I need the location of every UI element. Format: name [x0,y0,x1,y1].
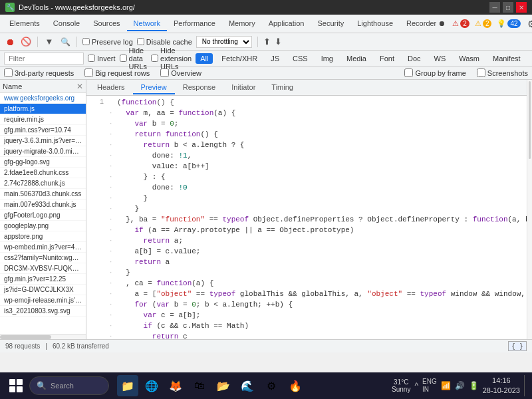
filter-img-button[interactable]: Img [317,53,338,64]
list-item[interactable]: appstore.png [0,231,86,242]
code-line: · var c = a[b]; [86,311,527,322]
hide-extension-urls-checkbox[interactable]: Hide extension URLs [151,47,192,70]
requests-list: www.geeksforgeeks.org platform.js requir… [0,93,86,334]
list-item[interactable]: 2.74c72888.chunk.js [0,178,86,189]
hide-data-urls-checkbox[interactable]: Hide data URLs [120,47,148,70]
filter-manifest-button[interactable]: Manifest [488,53,525,64]
list-item[interactable]: www.geeksforgeeks.org [0,93,86,104]
titlebar: 🔧 DevTools - www.geeksforgeeks.org/ ─ □ … [0,0,532,15]
taskbar-app-firefox[interactable]: 🔥 [285,375,306,396]
tab-response[interactable]: Response [175,81,224,94]
code-line: · value: a[b++] [86,162,527,173]
overview-checkbox[interactable]: Overview [160,68,201,77]
weather-info: 31°C Sunny [392,378,410,393]
list-item[interactable]: main.007e933d.chunk.js [0,200,86,210]
filter-media-button[interactable]: Media [342,53,371,64]
titlebar-controls[interactable]: ─ □ ✕ [489,2,527,13]
tab-timing[interactable]: Timing [263,81,301,94]
taskbar-app-files[interactable]: 📂 [213,375,234,396]
list-item[interactable]: wp-emoji-release.min.js'ver... [0,295,86,306]
show-desktop-button[interactable] [524,375,527,396]
search-button[interactable]: 🔍 [59,36,71,48]
filter-button[interactable]: ▼ [43,36,55,48]
list-item[interactable]: jquery-migrate-3.0.0.min.js?... [0,146,86,157]
filter-other-button[interactable]: Other [529,53,532,64]
filter-font-button[interactable]: Font [375,53,399,64]
list-item[interactable]: gfg.min.css?ver=10.74 [0,125,86,136]
list-item[interactable]: require.min.js [0,114,86,125]
settings-button[interactable]: ⚙ [526,18,532,30]
filter-doc-button[interactable]: Doc [403,53,426,64]
invert-checkbox[interactable]: Invert [88,55,116,63]
third-party-checkbox[interactable]: 3rd-party requests [4,68,74,77]
list-item[interactable]: main.506370d3.chunk.css [0,189,86,200]
list-item[interactable]: DRC3M-XVBSV-FUQK8-B3J... [0,263,86,274]
tab-headers[interactable]: Headers [89,81,133,94]
list-item[interactable]: wp-embed.min.js?ver=4.9.8 [0,242,86,253]
taskbar: 🔍 Search 📁 🌐 🦊 🛍 📂 🌊 ⚙ 🔥 31°C S [0,372,532,399]
taskbar-app-browser1[interactable]: 🌐 [141,375,162,396]
filter-all-button[interactable]: All [196,53,213,64]
group-by-frame-checkbox[interactable]: Group by frame [404,68,466,77]
throttle-select[interactable]: No throttling [196,36,252,48]
console-toggle[interactable]: { } [508,341,527,351]
clear-button[interactable]: 🚫 [20,36,32,48]
tab-security[interactable]: Security [311,17,350,31]
filter-fetch-xhr-button[interactable]: Fetch/XHR [217,53,262,64]
taskbar-app-edge[interactable]: 🌊 [237,375,258,396]
taskbar-app-store[interactable]: 🛍 [189,375,210,396]
taskbar-app-widget[interactable]: 📁 [117,375,138,396]
main-content: Name ✕ www.geeksforgeeks.org platform.js… [0,80,532,339]
list-item[interactable]: gfgFooterLogo.png [0,210,86,221]
preserve-log-checkbox[interactable]: Preserve log [82,38,133,46]
tab-preview[interactable]: Preview [133,81,175,94]
weather: Sunny [392,386,410,393]
code-line: · }, ba = "function" == typeof Object.de… [86,215,527,226]
vertical-scrollbar-thumb[interactable] [529,81,531,159]
tab-recorder[interactable]: Recorder ⏺ [400,17,452,31]
close-button[interactable]: ✕ [516,2,527,13]
screenshots-checkbox[interactable]: Screenshots [477,68,528,77]
code-viewer[interactable]: 1 (function() { · var m, aa = function(a… [86,96,527,339]
vertical-scrollbar[interactable] [527,80,532,339]
tab-network[interactable]: Network [127,17,167,31]
taskbar-search[interactable]: 🔍 Search [29,376,109,395]
code-line: · return c [86,332,527,339]
big-rows-checkbox[interactable]: Big request rows [84,68,150,77]
filter-wasm-button[interactable]: Wasm [454,53,484,64]
filter-ws-button[interactable]: WS [430,53,451,64]
devtools-tabs: Elements Console Sources Network Perform… [0,15,532,33]
list-item[interactable]: gfg-gg-logo.svg [0,157,86,168]
tab-memory[interactable]: Memory [222,17,262,31]
list-item[interactable]: googleplay.png [0,221,86,231]
list-item[interactable]: css2?family=Nunito:wght@... [0,253,86,263]
chevron-icon[interactable]: ^ [414,381,418,390]
tab-console[interactable]: Console [47,17,86,31]
scrollbar-thumb[interactable] [0,335,51,339]
tab-application[interactable]: Application [262,17,311,31]
disable-cache-checkbox[interactable]: Disable cache [137,38,192,46]
list-item[interactable]: js?id=G-DWCCJLKX3X [0,285,86,295]
filter-js-button[interactable]: JS [266,53,284,64]
list-item[interactable]: jquery-3.6.3.min.js?ver=3.6.3 [0,136,86,146]
minimize-button[interactable]: ─ [489,2,500,13]
list-item[interactable]: 2.fdae1ee8.chunk.css [0,168,86,178]
maximize-button[interactable]: □ [503,2,513,13]
status-bar: 98 requests | 60.2 kB transferred { } [0,339,532,352]
tab-elements[interactable]: Elements [3,17,47,31]
horizontal-scrollbar[interactable] [0,334,86,339]
taskbar-app-chrome[interactable]: ⚙ [261,375,282,396]
start-button[interactable] [5,375,27,396]
filter-input[interactable] [4,53,84,65]
list-item[interactable]: is3_20210803.svg.svg [0,306,86,317]
list-item[interactable]: platform.js [0,104,86,114]
taskbar-app-browser2[interactable]: 🦊 [165,375,186,396]
close-panel-button[interactable]: ✕ [76,82,83,91]
record-button[interactable]: ⏺ [4,36,16,48]
list-item[interactable]: gfg.min.js?ver=12.25 [0,274,86,285]
filter-css-button[interactable]: CSS [288,53,313,64]
tab-performance[interactable]: Performance [167,17,222,31]
tab-sources[interactable]: Sources [86,17,126,31]
tab-initiator[interactable]: Initiator [223,81,263,94]
tab-lighthouse[interactable]: Lighthouse [350,17,400,31]
